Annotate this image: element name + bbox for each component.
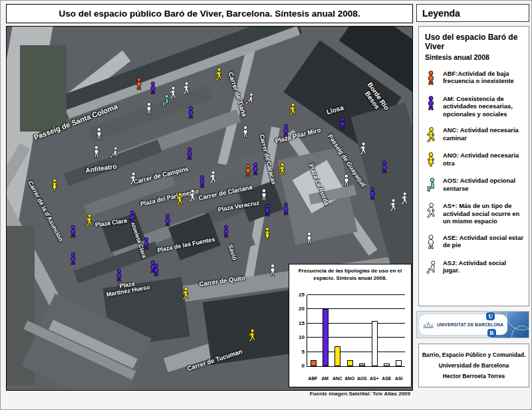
person-marker-ASJ: [109, 146, 119, 160]
university-crest-icon: [423, 320, 434, 330]
ABF-person-icon: [134, 78, 144, 92]
bar-slot-AS+: [368, 295, 380, 366]
AS+-person-icon: [400, 192, 410, 206]
person-marker-AM: [68, 253, 78, 266]
AS+-person-icon: [358, 142, 368, 156]
AM-person-icon: [198, 175, 207, 189]
map-texture-block: [20, 45, 66, 132]
credits-institution: Universidad de Barcelona: [439, 362, 509, 369]
person-marker-AS+: [168, 86, 178, 100]
chart-x-label-ANO: ANO: [344, 376, 356, 381]
legend-subtitle: Sintesis anual 2008: [425, 53, 524, 61]
legend-item-label: AM: Coexistencia de actividades necesari…: [443, 95, 524, 118]
AS+-person-icon: [188, 189, 198, 203]
AS+-person-icon: [182, 82, 192, 96]
bar-ABF: [311, 360, 317, 366]
ASE-person-icon: [305, 232, 315, 246]
legend-item-ASE: ASE: Actividad social estar de pie: [425, 234, 524, 251]
AS+-person-icon: [128, 172, 138, 186]
ANC-person-icon: [277, 163, 287, 177]
person-marker-ANC: [181, 287, 191, 301]
AM-person-icon: [148, 82, 158, 96]
AM-person-icon: [128, 211, 138, 225]
person-marker-AM: [221, 225, 231, 239]
bar-AM: [323, 309, 329, 366]
AM-person-icon: [163, 214, 173, 228]
chart-y-tick: 15: [291, 320, 305, 326]
person-marker-AS+: [208, 171, 218, 185]
AM-person-icon: [68, 253, 78, 266]
legend-item-label: ANC: Actividad necesaria caminar: [443, 126, 524, 142]
bar-AS+: [372, 321, 378, 366]
AM-person-icon: [68, 225, 78, 239]
AM-person-icon: [368, 187, 378, 201]
satellite-source-note: Fuente imagen Satelital: Tele Atlas 2009: [6, 391, 410, 397]
person-marker-AS+: [128, 172, 138, 186]
chart-bars: [307, 295, 405, 366]
ASE-person-icon: [94, 128, 104, 142]
logo-b-badge: B: [487, 329, 496, 337]
credits-panel: Barrio, Espacio Público y Comunidad. Uni…: [418, 344, 529, 387]
ASE-person-icon: [268, 264, 278, 278]
ANC-person-icon: [175, 193, 185, 207]
person-marker-ANC: [84, 214, 94, 228]
AM-person-icon: [251, 163, 261, 177]
ASJ-person-icon: [245, 92, 255, 106]
person-marker-ANO: [50, 179, 60, 193]
AM-person-icon: [281, 124, 291, 138]
ANO-person-icon: [425, 152, 437, 168]
chart-plot-area: 0510152025: [307, 295, 405, 367]
chart-x-label-ANC: ANC: [331, 376, 344, 381]
AM-person-icon: [338, 118, 348, 132]
person-marker-AM: [198, 175, 207, 189]
person-marker-AM: [128, 211, 138, 225]
person-marker-AM: [152, 264, 162, 278]
AM-person-icon: [425, 96, 437, 112]
legend-item-AS+: AS+: Más de un tipo de actividad social …: [425, 202, 524, 225]
bar-slot-ASI: [393, 295, 405, 366]
person-marker-ASE: [342, 174, 352, 188]
person-marker-ASE: [241, 126, 251, 140]
person-marker-AM: [368, 187, 378, 201]
person-marker-AS+: [388, 199, 398, 213]
ASE-person-icon: [342, 174, 352, 188]
person-marker-ANC: [214, 68, 224, 82]
person-marker-AM: [281, 203, 291, 217]
legend-header: Leyenda: [416, 4, 529, 22]
legend-item-AM: AM: Coexistencia de actividades necesari…: [425, 95, 524, 118]
frequency-chart: Frecuencia de las tipologías de uso en e…: [289, 264, 412, 387]
chart-y-tick: 10: [291, 334, 305, 340]
AM-person-icon: [380, 161, 390, 175]
person-marker-AM: [281, 124, 291, 138]
ANO-person-icon: [263, 227, 273, 241]
chart-title: Frecuencia de las tipologías de uso en e…: [296, 268, 404, 282]
figure-page: Uso del espacio público Baró de Viver, B…: [0, 0, 532, 410]
chart-y-tick: 0: [291, 363, 305, 369]
ASE-person-icon: [144, 102, 154, 116]
AS+-person-icon: [168, 86, 178, 100]
person-marker-AM: [114, 269, 124, 283]
legend-item-label: ASJ: Actividad social jugar.: [443, 259, 524, 274]
person-marker-ANC: [288, 103, 298, 117]
person-marker-ASE: [259, 189, 269, 203]
legend-item-ABF: ABF:Actividad de baja frecuencia o inexi…: [425, 70, 524, 86]
person-marker-AM: [263, 204, 273, 218]
AM-person-icon: [185, 148, 195, 161]
ANC-person-icon: [425, 127, 437, 143]
ASE-person-icon: [92, 146, 102, 159]
AOS-person-icon: [425, 177, 437, 193]
legend-item-ANO: ANO: Actividad necesaria otra: [425, 152, 524, 168]
chart-x-label-ASE: ASE: [380, 376, 393, 381]
legend-item-label: ASE: Actividad social estar de pie: [443, 234, 524, 249]
ANC-person-icon: [181, 287, 191, 301]
person-marker-AM: [380, 161, 390, 175]
legend-item-label: ABF:Actividad de baja frecuencia o inexi…: [443, 70, 524, 85]
credits-author: Hector Berroeta Torres: [443, 373, 505, 379]
AM-person-icon: [221, 225, 231, 239]
chart-y-tick: 5: [291, 349, 305, 355]
person-marker-AS+: [358, 142, 368, 156]
chart-x-label-ASI: ASI: [393, 376, 406, 381]
credits-project: Barrio, Espacio Público y Comunidad.: [422, 352, 526, 358]
AM-person-icon: [186, 106, 196, 120]
bar-slot-ABF: [307, 295, 319, 366]
